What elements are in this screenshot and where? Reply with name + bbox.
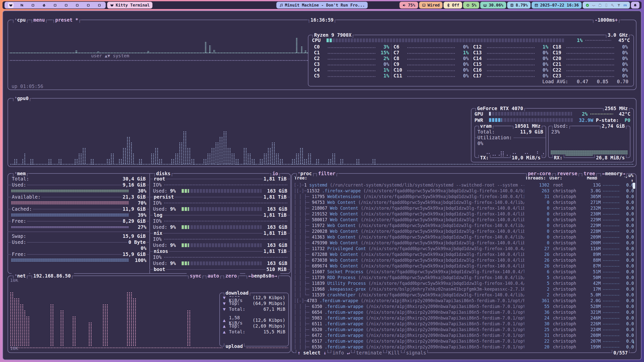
cpu-total-label: CPU (312, 37, 324, 43)
process-row-673038[interactable]: │ │ ├─ 673038 Web Content (/nix/store/fq… (294, 257, 634, 263)
window-title: Kitty Terminal (116, 3, 150, 8)
process-row-580017[interactable]: │ │ ├─ 580017 Web Content (/nix/store/fq… (294, 217, 634, 223)
workspace-2[interactable] (19, 3, 25, 8)
workspace-4[interactable] (41, 3, 47, 8)
kitty-terminal-window: ┐¹cpu┌ ┐menu┌ ┐preset *┌ ┐16:36:59┌ ┐-10… (3, 11, 641, 360)
net-interface-switcher[interactable]: ┐←benp8s0n→┌ (245, 273, 280, 279)
gpu-pstate: P0 (621, 117, 630, 123)
upload-title: ┘upload└ (222, 343, 246, 349)
process-row-11607[interactable]: │ │ ├─ 11607 Socket Process (/nix/store/… (294, 269, 634, 275)
proc-scroll-down-icon[interactable]: ↓ (632, 339, 635, 344)
disks-io-button[interactable]: ┐io┌ (269, 170, 281, 177)
volume-pill[interactable]: 75% (399, 2, 418, 9)
workspace-9[interactable] (97, 3, 102, 8)
process-row-11972[interactable]: │ │ ├─ 11972 Web Content (/nix/store/fqa… (294, 223, 634, 229)
cpu-panel: ┐¹cpu┌ ┐menu┌ ┐preset *┌ ┐16:36:59┌ ┐-10… (8, 20, 636, 90)
process-row-41363[interactable]: │ │ ├─ 41363 Web Content (/nix/store/fqa… (294, 234, 634, 240)
clock: ┐16:36:59┌ (307, 17, 337, 23)
gpu-temp-graph (590, 113, 613, 114)
vram-total: 11,9 GiB (520, 129, 543, 134)
interval-minus-button[interactable]: - (595, 17, 597, 23)
process-row-689674[interactable]: │ │ ├─ 689674 Web Content (/nix/store/fq… (294, 263, 634, 269)
window-title-pill[interactable]: Kitty Terminal (107, 2, 152, 9)
process-row-11795[interactable]: │ │ ├─ 11795 WebExtensions (/nix/store/f… (294, 194, 634, 200)
cpu-value: 5% (472, 3, 476, 8)
process-row-218067[interactable]: │ │ ├─ 218067 Web Content (/nix/store/fq… (294, 205, 634, 211)
proc-scrollbar-thumb[interactable] (633, 183, 635, 189)
workspace-3[interactable] (30, 3, 36, 8)
disk-pill[interactable]: 8.79% (507, 2, 531, 9)
gpu-power-watts: 32.9W (576, 117, 593, 123)
process-row-11732[interactable]: │ │ ├─ 11732 Privileged Cont (/nix/store… (294, 246, 634, 252)
wave-icon[interactable] (592, 3, 596, 7)
preset-button[interactable]: ┐preset *┌ (52, 17, 81, 23)
proc-action-info[interactable]: ┘info ↵└ (330, 350, 353, 355)
process-row-5983[interactable]: │ │ ├─ 5983 .ferdium-wrappe (/nix/store/… (294, 315, 634, 321)
workspace-6[interactable] (63, 3, 69, 8)
menu-button[interactable]: ┐menu┌ (30, 17, 48, 23)
gpu-util-label: GPU (474, 111, 487, 117)
process-row-4783[interactable]: │[-]─4783 .ferdium-wrappe (/nix/store/a1… (294, 298, 634, 304)
memory-panel: ┐²mem┌ ┐disks┌ ┐io┌ Total:30,4 GiBUsed:9… (8, 173, 291, 274)
disk-nixos: nixos1,81 TiB (153, 248, 287, 254)
process-row-673288[interactable]: │ │ ├─ 673288 Web Content (/nix/store/fq… (294, 252, 634, 257)
clock-pill[interactable]: 2025-07-22 16:36 (532, 2, 582, 9)
process-row-219152[interactable]: │ │ ├─ 219152 Web Content (/nix/store/fq… (294, 211, 634, 217)
music-note-icon (279, 3, 283, 7)
process-row-11739[interactable]: │ │ ├─ 11739 RDD Process (/nix/store/fqa… (294, 275, 634, 281)
proc-option-tree[interactable]: ┐tree┌ (581, 171, 598, 176)
proc-action-select[interactable]: ┘↑ select ↓└ (295, 350, 329, 355)
process-row-6511[interactable]: │ │ ├─ 6511 .ferdium-wrappe (/nix/store/… (294, 321, 634, 327)
interval-plus-button[interactable]: + (615, 17, 618, 23)
proc-action-signals[interactable]: ┘signals└ (403, 350, 429, 355)
net-option-auto[interactable]: ┐auto┌ (205, 273, 222, 279)
net-option-sync[interactable]: ┐sync┌ (187, 273, 204, 279)
process-row-479390[interactable]: │ │ ├─ 479390 Web Content (/nix/store/fq… (294, 240, 634, 246)
process-row-6350[interactable]: │ │ ├─ 6350 .ferdium-wrappe (/nix/store/… (294, 304, 634, 309)
notification-button[interactable] (631, 2, 639, 9)
proc-option-reverse[interactable]: ┐reverse┌ (554, 171, 580, 176)
update-interval-control[interactable]: ┐-1000ms+┌ (592, 17, 621, 23)
process-row-6654[interactable]: │ │ ├─ 6654 .ferdium-wrappe (/nix/store/… (294, 309, 634, 315)
workspace-5[interactable] (52, 3, 58, 8)
clipboard-icon[interactable] (598, 3, 602, 7)
workspace-1[interactable] (8, 3, 14, 8)
cpu-pill[interactable]: 5% (463, 2, 479, 9)
funnel-icon[interactable] (617, 3, 621, 7)
nvim-icon (20, 3, 24, 7)
bluetooth-pill[interactable]: Off (444, 2, 462, 9)
vram-utilization: 0% (477, 141, 483, 146)
proc-selection-count: ┘0/557└ (610, 349, 631, 356)
core-row-C1: C115% (314, 50, 389, 55)
workspace-7[interactable] (74, 3, 80, 8)
proc-sort-selector[interactable]: ┐←memory→┌ (599, 170, 628, 177)
process-row-11539[interactable]: │ │ └─ 11539 crashhelper (/nix/store/fqa… (294, 292, 634, 298)
cpu-frequency-label: ┐3.0 GHz┌ (605, 32, 631, 38)
keyboard-icon[interactable] (623, 3, 627, 7)
core-row-C20: C200% (553, 55, 628, 61)
proc-filter-button[interactable]: ┐filter┌ (315, 170, 339, 177)
process-row-220028[interactable]: │ │ ├─ 220028 Web Content (/nix/store/fq… (294, 229, 634, 234)
process-row-11532[interactable]: │[-]─11532 .firefox-wrappe (/nix/store/f… (294, 188, 634, 194)
proc-action-terminate[interactable]: ┘terminate└ (353, 350, 385, 355)
process-row-6472[interactable]: │ │ ├─ 6472 .ferdium-wrappe (/nix/store/… (294, 333, 634, 338)
process-row-6517[interactable]: │ │ ├─ 6517 .ferdium-wrappe (/nix/store/… (294, 338, 634, 344)
proc-option-per-core[interactable]: ┐per-core┌ (525, 171, 554, 176)
network-pill[interactable]: Wired (419, 2, 442, 9)
now-playing-text: Minuit Machine - Don't Run Fro... (285, 3, 365, 8)
memory-pill[interactable]: 30.06% (480, 2, 506, 9)
net-option-zero[interactable]: ┐zero┌ (222, 273, 240, 279)
check-icon[interactable] (585, 3, 589, 7)
net-baseline (10, 347, 288, 348)
key-icon[interactable] (611, 3, 615, 7)
process-row-6520[interactable]: │ │ ├─ 6520 .ferdium-wrappe (/nix/store/… (294, 327, 634, 333)
process-row-11968[interactable]: │ │ ├─ 11968 .keepassxc-prox (/nix/store… (294, 286, 634, 292)
phone-icon[interactable] (604, 3, 608, 7)
process-row-94753[interactable]: │ │ ├─ 94753 Web Content (/nix/store/fqa… (294, 200, 634, 205)
process-row-11839[interactable]: │ │ ├─ 11839 Utility Process (/nix/store… (294, 281, 634, 286)
process-row-6536[interactable]: │ │ ├─ 6536 .ferdium-wrappe (/nix/store/… (294, 344, 634, 350)
workspace-8[interactable] (86, 3, 91, 8)
process-row-1[interactable]: [-]─1 systemd (/run/current-system/syste… (294, 182, 634, 188)
media-player-pill[interactable]: Minuit Machine - Don't Run Fro... (276, 2, 368, 9)
proc-action-kill[interactable]: ┘Kill└ (385, 350, 403, 355)
